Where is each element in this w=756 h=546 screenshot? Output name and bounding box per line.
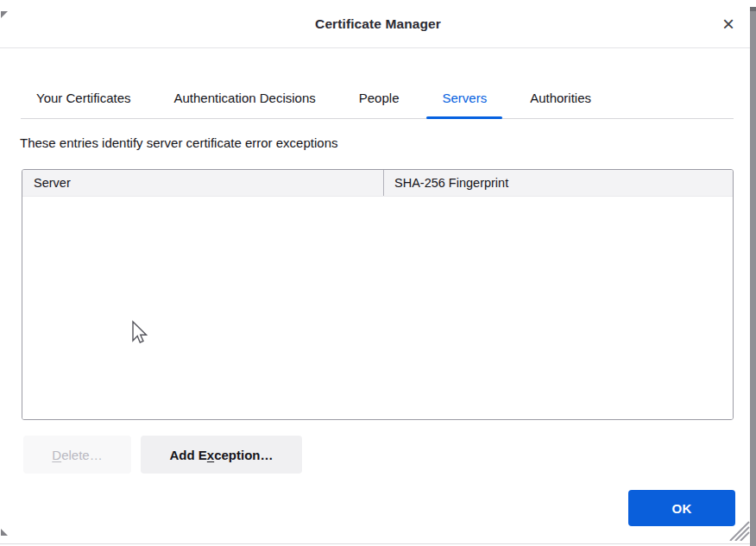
ok-button[interactable]: OK bbox=[628, 490, 735, 526]
column-header-server[interactable]: Server bbox=[22, 170, 383, 196]
dialog-title: Certificate Manager bbox=[315, 16, 441, 32]
certificate-manager-dialog: Certificate Manager × Your Certificates … bbox=[0, 0, 756, 546]
tab-authentication-decisions[interactable]: Authentication Decisions bbox=[159, 78, 331, 118]
tab-label: Servers bbox=[442, 91, 487, 105]
tab-panel-description: These entries identify server certificat… bbox=[20, 135, 338, 150]
add-exception-button[interactable]: Add Exception… bbox=[141, 436, 302, 474]
corner-artifact-top-left bbox=[1, 6, 8, 22]
tab-label: Your Certificates bbox=[36, 91, 131, 105]
table-body-empty[interactable] bbox=[22, 197, 733, 419]
tab-label: People bbox=[359, 91, 400, 105]
tab-authorities[interactable]: Authorities bbox=[514, 78, 607, 118]
close-icon[interactable]: × bbox=[716, 12, 740, 36]
tab-label: Authorities bbox=[530, 91, 591, 105]
ok-label: OK bbox=[671, 501, 691, 516]
tab-strip: Your Certificates Authentication Decisio… bbox=[21, 78, 734, 119]
add-exception-label: Add Exception… bbox=[169, 448, 273, 462]
delete-label: Delete… bbox=[52, 448, 102, 462]
tab-people[interactable]: People bbox=[343, 78, 415, 118]
tab-your-certificates[interactable]: Your Certificates bbox=[21, 78, 147, 118]
window-right-edge bbox=[750, 7, 756, 546]
server-exceptions-table: Server SHA-256 Fingerprint bbox=[22, 169, 734, 420]
dialog-titlebar: Certificate Manager × bbox=[0, 0, 756, 48]
tab-servers[interactable]: Servers bbox=[426, 78, 502, 118]
resize-grip-icon[interactable] bbox=[728, 517, 751, 544]
window-bottom-edge bbox=[0, 543, 750, 544]
tab-label: Authentication Decisions bbox=[174, 91, 316, 105]
corner-artifact-bottom-left bbox=[1, 524, 8, 539]
table-header-row: Server SHA-256 Fingerprint bbox=[22, 170, 733, 197]
delete-button[interactable]: Delete… bbox=[23, 436, 131, 474]
column-header-sha256-fingerprint[interactable]: SHA-256 Fingerprint bbox=[383, 170, 733, 196]
